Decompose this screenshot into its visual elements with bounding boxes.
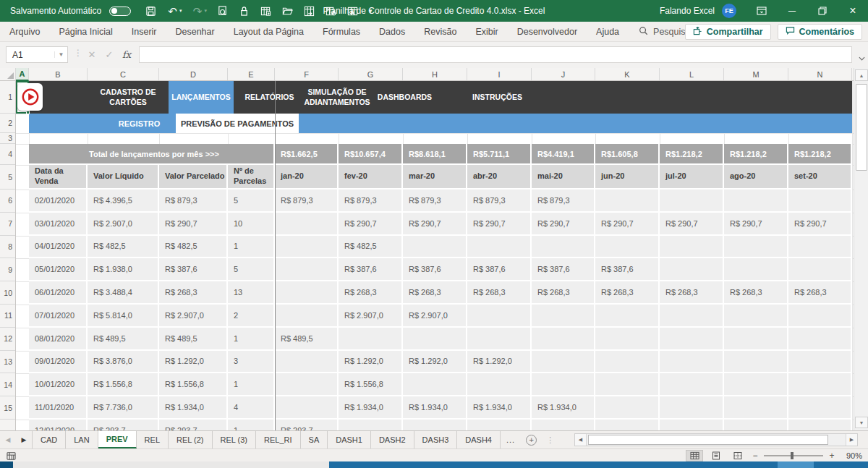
cell-month-abr-20[interactable] [467,328,532,351]
sheet-tab-prev[interactable]: PREV [98,431,137,448]
close-button[interactable]: × [838,0,868,22]
sheet-tab-dash1[interactable]: DASH1 [328,431,371,448]
cell-month-abr-20[interactable] [467,420,532,430]
ribbon-tab-dados[interactable]: Dados [370,22,414,42]
name-box[interactable]: A1 ▼ [6,46,68,63]
cell-month-mai-20[interactable]: R$ 290,7 [532,213,595,236]
cell-valor-parcelado[interactable]: R$ 1.292,0 [159,351,228,374]
nav-tab-relat-rios[interactable]: RELATÓRIOS [235,81,304,114]
sheet-tab-lan[interactable]: LAN [66,431,98,448]
cell-parcelas[interactable]: 13 [228,281,275,305]
scroll-left-icon[interactable]: ◀ [575,434,587,446]
ribbon-tab-desenhar[interactable]: Desenhar [166,22,224,42]
cell-valor-parcelado[interactable]: R$ 387,6 [159,258,228,281]
ribbon-tab-inserir[interactable]: Inserir [122,22,166,42]
cell-month-set-20[interactable] [788,305,852,328]
table-properties-icon[interactable] [260,5,272,17]
cell-date[interactable]: 04/01/2020 [29,236,88,259]
cell-month-fev-20[interactable]: R$ 482,5 [339,236,403,259]
cell-month-fev-20[interactable]: R$ 879,3 [339,190,403,213]
cell-month-mar-20[interactable]: R$ 2.907,0 [403,305,467,328]
subnav-tab-registro[interactable]: REGISTRO [109,114,170,133]
column-header-i[interactable]: I [467,68,532,80]
cell-month-set-20[interactable]: R$ 268,3 [788,281,852,305]
row-header-8[interactable]: 8 [0,236,15,259]
cell-month-jun-20[interactable] [595,351,660,374]
undo-button[interactable]: ↶▾ [166,5,182,17]
zoom-slider-thumb[interactable] [791,452,793,459]
cell-date[interactable]: 03/01/2020 [29,213,88,236]
zoom-level[interactable]: 90% [841,451,862,460]
cell-month-jan-20[interactable] [275,351,339,374]
play-button-icon[interactable] [17,83,43,111]
cell-month-jun-20[interactable]: R$ 387,6 [595,258,660,281]
view-page-layout-icon[interactable] [707,450,725,461]
cell-month-ago-20[interactable] [724,351,788,374]
cell-month-jan-20[interactable] [275,305,339,328]
row-header-11[interactable]: 11 [0,305,15,328]
sheet-tab-sa[interactable]: SA [301,431,328,448]
scroll-down-icon[interactable]: ▼ [855,417,868,428]
cell-date[interactable]: 08/01/2020 [29,328,88,351]
cell-parcelas[interactable]: 1 [228,236,275,259]
row-header-3[interactable]: 3 [0,133,15,144]
cell-month-mai-20[interactable] [532,373,595,396]
zoom-slider[interactable] [764,455,823,456]
cell-month-fev-20[interactable]: R$ 1.556,8 [339,373,403,396]
cell-month-mar-20[interactable] [403,236,467,259]
zoom-in-icon[interactable]: + [827,451,836,461]
cell-month-jul-20[interactable] [660,258,724,281]
cell-month-jan-20[interactable] [275,373,339,396]
cell-month-mar-20[interactable]: R$ 879,3 [403,190,467,213]
cell-valor-liquido[interactable]: R$ 1.556,8 [88,373,159,396]
cell-valor-parcelado[interactable]: R$ 489,5 [159,328,228,351]
cell-month-jun-20[interactable] [595,396,660,420]
save-icon[interactable] [145,5,157,17]
name-box-caret-icon[interactable]: ▼ [54,51,67,58]
cell-month-set-20[interactable] [788,236,852,259]
cell-month-set-20[interactable] [788,328,852,351]
column-header-l[interactable]: L [660,68,724,80]
cell-date[interactable]: 07/01/2020 [29,305,88,328]
row-header-6[interactable]: 6 [0,190,15,213]
cell-valor-parcelado[interactable]: R$ 1.934,0 [159,396,228,420]
cell-month-ago-20[interactable] [724,236,788,259]
cell-month-jan-20[interactable] [275,236,339,259]
print-preview-icon[interactable] [216,5,229,17]
fill-handle[interactable] [26,111,30,114]
column-header-a[interactable]: A [16,68,29,81]
cell-month-jan-20[interactable] [275,396,339,420]
cell-month-mai-20[interactable]: R$ 387,6 [532,258,595,281]
sheet-tab-rel-2-[interactable]: REL (2) [169,431,213,448]
view-page-break-icon[interactable] [729,450,746,461]
cell-month-mar-20[interactable] [403,328,467,351]
cell-parcelas[interactable]: 1 [228,420,275,430]
row-header-1[interactable]: 1 [0,81,15,114]
cut-table-icon[interactable] [325,5,337,17]
column-header-n[interactable]: N [788,68,852,80]
sheet-nav-left-icon[interactable]: ◀ [0,431,16,448]
cell-month-jul-20[interactable] [660,236,724,259]
minimize-button[interactable]: ─ [777,0,807,22]
horizontal-scroll-thumb[interactable] [588,435,828,445]
cell-month-mai-20[interactable]: R$ 879,3 [532,190,595,213]
zoom-out-icon[interactable]: − [751,451,760,461]
cell-month-jul-20[interactable] [660,420,724,430]
cell-month-abr-20[interactable]: R$ 879,3 [467,190,532,213]
sheet-tab-rel-ri[interactable]: REL_RI [256,431,301,448]
cell-month-set-20[interactable] [788,258,852,281]
nav-tab-instru-es[interactable]: INSTRUÇÕES [463,81,532,114]
cell-month-jun-20[interactable]: R$ 268,3 [595,281,660,305]
cell-month-jun-20[interactable] [595,305,660,328]
column-header-k[interactable]: K [595,68,660,80]
formula-input[interactable] [139,46,852,63]
cell-parcelas[interactable]: 1 [228,328,275,351]
cell-valor-liquido[interactable]: R$ 1.938,0 [88,258,159,281]
cell-month-jan-20[interactable]: R$ 293,7 [275,420,339,430]
cell-month-set-20[interactable] [788,420,852,430]
autosave-toggle[interactable] [109,7,131,16]
cell-month-jan-20[interactable]: R$ 489,5 [275,328,339,351]
cell-month-set-20[interactable] [788,190,852,213]
restore-button[interactable] [807,0,838,22]
insert-function-icon[interactable]: fx [119,46,135,63]
